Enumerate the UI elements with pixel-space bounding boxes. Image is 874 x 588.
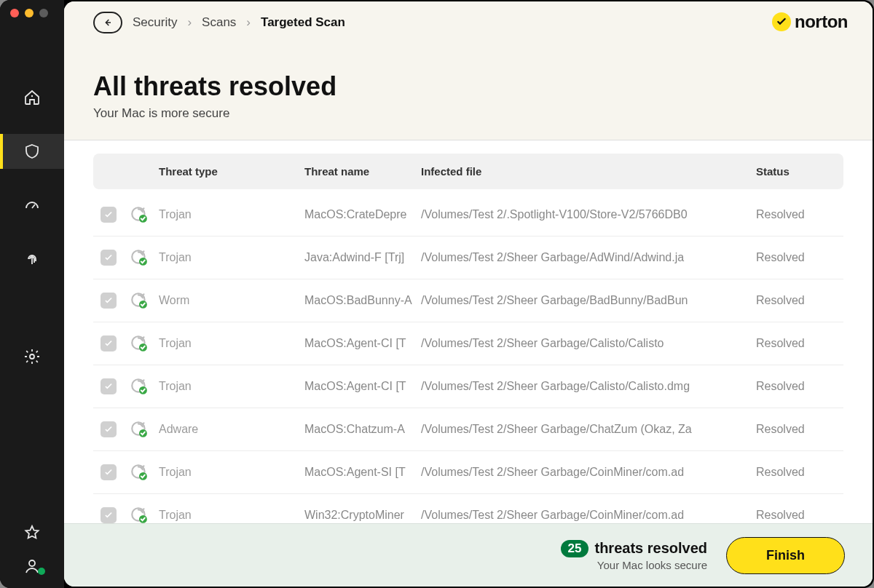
cell-threat-type: Trojan <box>159 337 304 350</box>
cell-threat-type: Trojan <box>159 380 304 393</box>
fingerprint-icon <box>23 250 41 268</box>
table-row[interactable]: TrojanMacOS:CrateDepre/Volumes/Test 2/.S… <box>93 194 843 237</box>
cell-status: Resolved <box>756 380 836 393</box>
cell-infected-file: /Volumes/Test 2/Sheer Garbage/Calisto/Ca… <box>421 380 756 393</box>
finish-button[interactable]: Finish <box>726 537 845 574</box>
breadcrumb: Security › Scans › Targeted Scan <box>93 12 843 33</box>
cell-threat-type: Trojan <box>159 208 304 221</box>
house-icon <box>23 89 41 106</box>
cell-threat-name: MacOS:Agent-CI [T <box>304 380 421 393</box>
cell-threat-type: Adware <box>159 423 304 436</box>
brand-logo: norton <box>772 12 848 32</box>
page-title: All threats resolved <box>93 71 843 102</box>
cell-status: Resolved <box>756 466 836 479</box>
cell-threat-type: Trojan <box>159 466 304 479</box>
cell-threat-name: MacOS:BadBunny-A <box>304 294 421 307</box>
summary: 25 threats resolved Your Mac looks secur… <box>561 540 707 571</box>
row-checkbox[interactable] <box>101 335 117 351</box>
main-panel: norton Security › Scans › Targeted Scan … <box>64 1 873 587</box>
row-checkbox[interactable] <box>101 293 117 309</box>
threat-resolved-icon <box>130 420 149 439</box>
table-row[interactable]: TrojanMacOS:Agent-SI [T/Volumes/Test 2/S… <box>93 451 843 494</box>
sidebar <box>0 0 64 588</box>
chevron-right-icon: › <box>246 15 251 30</box>
header: Security › Scans › Targeted Scan All thr… <box>64 1 873 140</box>
cell-threat-name: MacOS:CrateDepre <box>304 208 421 221</box>
cell-infected-file: /Volumes/Test 2/Sheer Garbage/AdWind/Adw… <box>421 251 756 264</box>
cell-infected-file: /Volumes/Test 2/Sheer Garbage/ChatZum (O… <box>421 423 756 436</box>
star-icon <box>23 524 41 541</box>
brand-name: norton <box>795 12 848 32</box>
cell-threat-name: Win32:CryptoMiner <box>304 509 421 522</box>
cell-threat-name: MacOS:Agent-SI [T <box>304 466 421 479</box>
footer-bar: 25 threats resolved Your Mac looks secur… <box>64 523 873 587</box>
sidebar-item-security[interactable] <box>0 134 64 169</box>
chevron-right-icon: › <box>187 15 192 30</box>
row-checkbox[interactable] <box>101 507 117 523</box>
back-button[interactable] <box>93 12 122 33</box>
table-body: TrojanMacOS:CrateDepre/Volumes/Test 2/.S… <box>93 194 843 523</box>
shield-icon <box>23 143 41 160</box>
app-window: norton Security › Scans › Targeted Scan … <box>0 0 874 588</box>
row-checkbox[interactable] <box>101 207 117 223</box>
col-threat-type: Threat type <box>159 165 304 178</box>
table-row[interactable]: TrojanMacOS:Agent-CI [T/Volumes/Test 2/S… <box>93 322 843 365</box>
sidebar-item-account[interactable] <box>0 557 64 575</box>
resolved-count-badge: 25 <box>561 540 589 557</box>
sidebar-item-privacy[interactable] <box>0 242 64 277</box>
maximize-window-icon[interactable] <box>39 9 48 17</box>
cell-threat-name: MacOS:Agent-CI [T <box>304 337 421 350</box>
cell-status: Resolved <box>756 509 836 522</box>
sidebar-item-home[interactable] <box>0 80 64 115</box>
cell-status: Resolved <box>756 294 836 307</box>
page-subtitle: Your Mac is more secure <box>93 106 843 121</box>
close-window-icon[interactable] <box>10 9 19 17</box>
threat-resolved-icon <box>130 506 149 523</box>
row-checkbox[interactable] <box>101 378 117 394</box>
cell-threat-name: Java:Adwind-F [Trj] <box>304 251 421 264</box>
row-checkbox[interactable] <box>101 464 117 480</box>
cell-infected-file: /Volumes/Test 2/Sheer Garbage/Calisto/Ca… <box>421 337 756 350</box>
cell-status: Resolved <box>756 208 836 221</box>
threat-resolved-icon <box>130 334 149 353</box>
col-infected-file: Infected file <box>421 165 756 178</box>
cell-threat-name: MacOS:Chatzum-A <box>304 423 421 436</box>
svg-point-2 <box>29 560 35 566</box>
cell-status: Resolved <box>756 423 836 436</box>
table-row[interactable]: TrojanMacOS:Agent-CI [T/Volumes/Test 2/S… <box>93 365 843 408</box>
arrow-left-icon <box>102 17 114 28</box>
threat-resolved-icon <box>130 205 149 224</box>
summary-subtitle: Your Mac looks secure <box>597 559 707 571</box>
table-row[interactable]: TrojanJava:Adwind-F [Trj]/Volumes/Test 2… <box>93 237 843 279</box>
minimize-window-icon[interactable] <box>25 9 34 17</box>
cell-infected-file: /Volumes/Test 2/.Spotlight-V100/Store-V2… <box>421 208 756 221</box>
svg-point-1 <box>30 354 34 359</box>
results-table: Threat type Threat name Infected file St… <box>64 140 873 523</box>
threat-resolved-icon <box>130 248 149 267</box>
row-checkbox[interactable] <box>101 421 117 437</box>
sidebar-item-performance[interactable] <box>0 188 64 223</box>
gauge-icon <box>23 196 41 214</box>
table-row[interactable]: TrojanWin32:CryptoMiner/Volumes/Test 2/S… <box>93 494 843 523</box>
sidebar-item-favorites[interactable] <box>0 524 64 541</box>
row-checkbox[interactable] <box>101 250 117 266</box>
breadcrumb-item-2: Targeted Scan <box>261 15 345 30</box>
cell-threat-type: Trojan <box>159 509 304 522</box>
cell-threat-type: Trojan <box>159 251 304 264</box>
threat-resolved-icon <box>130 377 149 396</box>
col-blank <box>101 165 159 178</box>
sidebar-item-settings[interactable] <box>0 339 64 374</box>
breadcrumb-item-0[interactable]: Security <box>133 15 177 30</box>
svg-point-0 <box>31 95 33 97</box>
brand-check-icon <box>772 12 791 31</box>
cell-infected-file: /Volumes/Test 2/Sheer Garbage/BadBunny/B… <box>421 294 756 307</box>
cell-status: Resolved <box>756 251 836 264</box>
table-row[interactable]: AdwareMacOS:Chatzum-A/Volumes/Test 2/She… <box>93 408 843 451</box>
breadcrumb-item-1[interactable]: Scans <box>202 15 236 30</box>
cell-status: Resolved <box>756 337 836 350</box>
cell-infected-file: /Volumes/Test 2/Sheer Garbage/CoinMiner/… <box>421 466 756 479</box>
window-controls[interactable] <box>10 9 48 17</box>
gear-icon <box>23 348 41 365</box>
threat-resolved-icon <box>130 291 149 310</box>
table-row[interactable]: WormMacOS:BadBunny-A/Volumes/Test 2/Shee… <box>93 279 843 322</box>
